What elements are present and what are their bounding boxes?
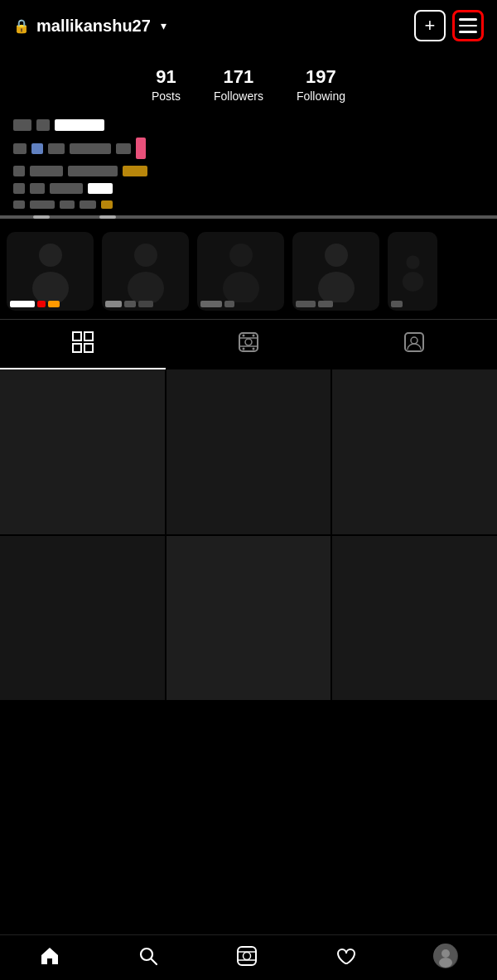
nav-heart[interactable] (335, 945, 356, 967)
svg-point-7 (318, 272, 355, 302)
posts-label: Posts (152, 89, 181, 103)
nav-profile[interactable] (433, 944, 458, 968)
label-d4 (318, 301, 333, 307)
bar-highlight-2 (99, 215, 116, 219)
story-label-row-3 (200, 301, 234, 307)
label-dd2 (138, 301, 153, 307)
header-left: 🔒 mallikanshu27 ▾ (13, 17, 166, 36)
following-label: Following (297, 89, 345, 103)
svg-rect-14 (239, 333, 258, 351)
followers-stat[interactable]: 171 Followers (214, 66, 263, 103)
posts-stat[interactable]: 91 Posts (152, 66, 181, 103)
pink-block (136, 138, 146, 159)
story-preview-1[interactable] (7, 232, 94, 311)
label-y1 (48, 301, 60, 307)
blur-10 (30, 166, 63, 176)
story-previews (0, 229, 497, 314)
grid-cell-3[interactable] (332, 369, 497, 534)
blur-2 (36, 119, 50, 131)
grid-cell-5[interactable] (166, 536, 331, 701)
svg-point-31 (442, 949, 450, 958)
profile-avatar[interactable] (433, 944, 458, 968)
bio-row-4 (13, 183, 484, 194)
svg-point-27 (243, 953, 250, 960)
following-stat[interactable]: 197 Following (297, 66, 345, 103)
nav-search[interactable] (138, 945, 159, 967)
svg-rect-13 (84, 344, 93, 352)
tab-grid[interactable] (0, 320, 166, 369)
svg-point-9 (402, 272, 423, 291)
tab-tagged[interactable] (331, 320, 497, 369)
blurred-bio-rows (13, 119, 484, 209)
main-content: 🔒 mallikanshu27 ▾ + 91 Posts 171 Followe… (0, 0, 497, 758)
svg-point-32 (439, 958, 452, 968)
bar-highlight-1 (33, 215, 50, 219)
svg-rect-11 (84, 332, 93, 340)
nav-reels[interactable] (236, 945, 258, 967)
blur-13 (30, 183, 45, 194)
blur-7 (70, 143, 111, 154)
svg-point-15 (245, 339, 252, 345)
username: mallikanshu27 (36, 17, 151, 36)
label-g2 (105, 301, 122, 307)
label-d2 (124, 301, 136, 307)
label-r1 (37, 301, 46, 307)
add-button[interactable]: + (414, 10, 446, 41)
grid-cell-6[interactable] (332, 536, 497, 701)
svg-point-2 (134, 244, 157, 267)
svg-rect-12 (73, 344, 81, 352)
person-silhouette-4 (311, 240, 361, 302)
posts-count: 91 (156, 66, 176, 88)
blur-6 (48, 143, 65, 154)
svg-point-4 (229, 244, 253, 267)
following-count: 197 (306, 66, 336, 88)
svg-point-18 (243, 335, 245, 337)
blur-18 (60, 200, 75, 209)
blur-14 (50, 183, 83, 194)
chevron-down-icon[interactable]: ▾ (161, 19, 166, 32)
tab-reels[interactable] (166, 320, 331, 369)
blur-9 (13, 166, 25, 176)
svg-point-19 (253, 335, 255, 337)
profile-bio (0, 111, 497, 214)
blur-4 (13, 143, 27, 154)
label-g3 (200, 301, 222, 307)
label-d3 (224, 301, 234, 307)
blur-19 (80, 200, 96, 209)
svg-point-8 (406, 255, 419, 268)
grid-cell-1[interactable] (0, 369, 165, 534)
svg-point-21 (253, 348, 255, 350)
tagged-icon (403, 331, 425, 358)
svg-point-1 (32, 272, 69, 302)
label-d5 (391, 301, 403, 307)
blur-1 (13, 119, 31, 131)
grid-cell-2[interactable] (166, 369, 331, 534)
menu-button[interactable] (452, 10, 484, 41)
plus-icon: + (425, 15, 436, 36)
svg-rect-26 (238, 947, 256, 965)
followers-label: Followers (214, 89, 263, 103)
bio-row-1 (13, 119, 484, 131)
story-preview-2[interactable] (102, 232, 189, 311)
svg-line-25 (151, 959, 157, 965)
person-silhouette-1 (26, 240, 75, 302)
gold-block-2 (101, 200, 113, 209)
blur-17 (30, 200, 55, 209)
grid-cell-4[interactable] (0, 536, 165, 701)
story-label-row-5 (391, 301, 403, 307)
story-preview-3[interactable] (197, 232, 284, 311)
nav-home[interactable] (39, 945, 60, 967)
label-w1 (10, 301, 35, 307)
grid-icon (72, 331, 94, 358)
svg-point-5 (223, 272, 259, 302)
stats-row: 91 Posts 171 Followers 197 Following (0, 51, 497, 111)
tabs-bar (0, 319, 497, 369)
menu-line-2 (459, 25, 477, 27)
person-silhouette-5 (398, 251, 427, 292)
blur-15 (88, 183, 113, 194)
followers-count: 171 (224, 66, 254, 88)
svg-rect-10 (73, 332, 81, 340)
story-preview-4[interactable] (292, 232, 379, 311)
blur-11 (68, 166, 118, 176)
story-preview-5[interactable] (388, 232, 437, 311)
